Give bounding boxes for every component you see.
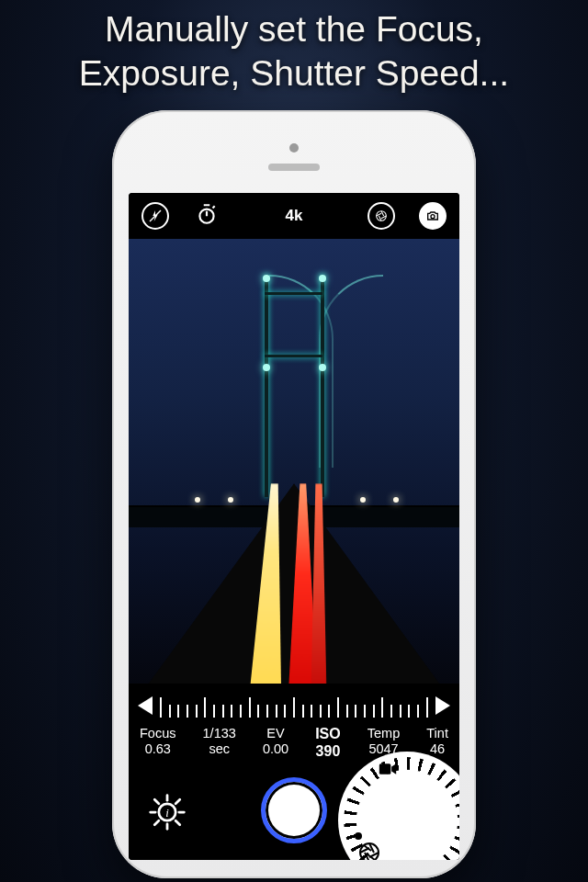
switch-camera-button[interactable]: [417, 200, 448, 232]
scene-lamp: [228, 497, 233, 503]
aperture-icon: [358, 842, 380, 860]
camera-viewfinder[interactable]: [129, 239, 459, 684]
param-focus[interactable]: Focus0.63: [140, 726, 176, 761]
scene-lamp: [195, 497, 200, 503]
svg-line-12: [154, 799, 159, 804]
mode-dial-indicator: [355, 832, 362, 840]
svg-line-13: [175, 820, 180, 825]
slider-ticks[interactable]: [160, 694, 428, 718]
param-label: Temp: [368, 726, 400, 741]
scene-bridge-beam: [265, 355, 322, 357]
scene-bridge-beam: [265, 292, 322, 295]
mode-dial[interactable]: [338, 752, 459, 860]
svg-point-6: [431, 215, 435, 219]
shutter-button[interactable]: [261, 777, 327, 843]
promo-headline: Manually set the Focus, Exposure, Shutte…: [0, 7, 588, 95]
app-screen: 4k: [129, 193, 459, 860]
svg-line-4: [213, 206, 215, 208]
param-value: 0.63: [140, 741, 176, 757]
video-icon: [379, 763, 397, 775]
scene-bridge-tower: [265, 275, 268, 497]
flash-off-icon: [141, 202, 169, 230]
svg-point-5: [377, 211, 387, 221]
camera-bottom-controls: Focus0.631/133secEV0.00ISO390Temp5047Tin…: [129, 684, 459, 860]
param-value: 0.00: [263, 741, 288, 757]
svg-line-14: [154, 820, 159, 825]
phone-sensor: [289, 143, 299, 153]
phone-frame: 4k: [112, 110, 476, 878]
param-value: 390: [315, 743, 341, 761]
param-label: Tint: [426, 726, 448, 741]
param-label: 1/133: [203, 726, 236, 741]
slider-decrease[interactable]: [138, 696, 153, 715]
param-1133[interactable]: 1/133sec: [203, 726, 236, 761]
aperture-icon: [368, 202, 395, 230]
param-ev[interactable]: EV0.00: [263, 726, 288, 761]
resolution-button[interactable]: 4k: [286, 207, 303, 225]
flash-toggle[interactable]: [140, 200, 171, 232]
value-slider[interactable]: [138, 689, 450, 722]
scene-bridge-tower: [321, 275, 324, 497]
scene-bridge-cable: [319, 275, 383, 468]
slider-increase[interactable]: [435, 696, 450, 715]
timer-button[interactable]: [191, 200, 222, 232]
svg-line-15: [175, 799, 180, 804]
param-label: Focus: [140, 726, 176, 741]
param-iso[interactable]: ISO390: [315, 726, 341, 761]
svg-rect-17: [379, 763, 391, 775]
scene-lamp: [393, 497, 399, 503]
camera-switch-icon: [419, 202, 447, 230]
timer-icon: [195, 202, 219, 230]
settings-button[interactable]: i: [147, 792, 187, 832]
camera-top-bar: 4k: [129, 193, 459, 239]
svg-text:i: i: [165, 806, 169, 819]
aperture-button[interactable]: [366, 200, 397, 232]
scene-lamp: [360, 497, 366, 503]
param-value: sec: [203, 741, 236, 757]
param-label: ISO: [315, 726, 341, 743]
param-label: EV: [263, 726, 288, 741]
phone-speaker: [268, 164, 320, 171]
promo-stage: Manually set the Focus, Exposure, Shutte…: [0, 0, 588, 882]
